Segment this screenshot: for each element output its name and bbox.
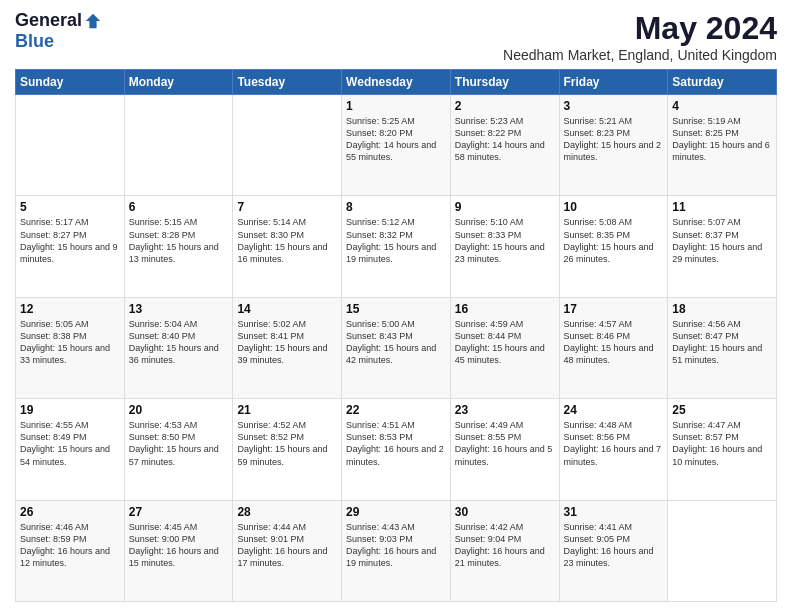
day-number: 10	[564, 200, 664, 214]
logo-blue: Blue	[15, 31, 54, 52]
day-number: 4	[672, 99, 772, 113]
calendar-cell: 7Sunrise: 5:14 AM Sunset: 8:30 PM Daylig…	[233, 196, 342, 297]
day-number: 11	[672, 200, 772, 214]
day-info: Sunrise: 4:53 AM Sunset: 8:50 PM Dayligh…	[129, 419, 229, 468]
logo-icon	[84, 12, 102, 30]
header: General Blue May 2024 Needham Market, En…	[15, 10, 777, 63]
day-number: 25	[672, 403, 772, 417]
day-number: 26	[20, 505, 120, 519]
calendar-week-0: 1Sunrise: 5:25 AM Sunset: 8:20 PM Daylig…	[16, 95, 777, 196]
day-info: Sunrise: 4:41 AM Sunset: 9:05 PM Dayligh…	[564, 521, 664, 570]
calendar-week-1: 5Sunrise: 5:17 AM Sunset: 8:27 PM Daylig…	[16, 196, 777, 297]
calendar-cell: 17Sunrise: 4:57 AM Sunset: 8:46 PM Dayli…	[559, 297, 668, 398]
day-info: Sunrise: 5:08 AM Sunset: 8:35 PM Dayligh…	[564, 216, 664, 265]
day-info: Sunrise: 5:21 AM Sunset: 8:23 PM Dayligh…	[564, 115, 664, 164]
day-info: Sunrise: 4:49 AM Sunset: 8:55 PM Dayligh…	[455, 419, 555, 468]
day-number: 15	[346, 302, 446, 316]
day-info: Sunrise: 4:55 AM Sunset: 8:49 PM Dayligh…	[20, 419, 120, 468]
month-title: May 2024	[503, 10, 777, 47]
day-number: 16	[455, 302, 555, 316]
day-info: Sunrise: 5:14 AM Sunset: 8:30 PM Dayligh…	[237, 216, 337, 265]
calendar-cell: 23Sunrise: 4:49 AM Sunset: 8:55 PM Dayli…	[450, 399, 559, 500]
day-info: Sunrise: 5:23 AM Sunset: 8:22 PM Dayligh…	[455, 115, 555, 164]
day-number: 31	[564, 505, 664, 519]
day-number: 8	[346, 200, 446, 214]
day-number: 7	[237, 200, 337, 214]
calendar-cell: 3Sunrise: 5:21 AM Sunset: 8:23 PM Daylig…	[559, 95, 668, 196]
day-info: Sunrise: 5:19 AM Sunset: 8:25 PM Dayligh…	[672, 115, 772, 164]
calendar-cell: 2Sunrise: 5:23 AM Sunset: 8:22 PM Daylig…	[450, 95, 559, 196]
day-number: 24	[564, 403, 664, 417]
day-info: Sunrise: 5:05 AM Sunset: 8:38 PM Dayligh…	[20, 318, 120, 367]
day-info: Sunrise: 4:48 AM Sunset: 8:56 PM Dayligh…	[564, 419, 664, 468]
calendar-cell: 19Sunrise: 4:55 AM Sunset: 8:49 PM Dayli…	[16, 399, 125, 500]
calendar-cell: 26Sunrise: 4:46 AM Sunset: 8:59 PM Dayli…	[16, 500, 125, 601]
day-info: Sunrise: 4:42 AM Sunset: 9:04 PM Dayligh…	[455, 521, 555, 570]
day-info: Sunrise: 5:15 AM Sunset: 8:28 PM Dayligh…	[129, 216, 229, 265]
day-info: Sunrise: 4:47 AM Sunset: 8:57 PM Dayligh…	[672, 419, 772, 468]
day-info: Sunrise: 4:45 AM Sunset: 9:00 PM Dayligh…	[129, 521, 229, 570]
calendar-week-3: 19Sunrise: 4:55 AM Sunset: 8:49 PM Dayli…	[16, 399, 777, 500]
day-info: Sunrise: 4:59 AM Sunset: 8:44 PM Dayligh…	[455, 318, 555, 367]
calendar-cell: 18Sunrise: 4:56 AM Sunset: 8:47 PM Dayli…	[668, 297, 777, 398]
day-number: 28	[237, 505, 337, 519]
calendar-cell: 9Sunrise: 5:10 AM Sunset: 8:33 PM Daylig…	[450, 196, 559, 297]
title-section: May 2024 Needham Market, England, United…	[503, 10, 777, 63]
day-info: Sunrise: 4:46 AM Sunset: 8:59 PM Dayligh…	[20, 521, 120, 570]
calendar-cell: 15Sunrise: 5:00 AM Sunset: 8:43 PM Dayli…	[342, 297, 451, 398]
day-number: 3	[564, 99, 664, 113]
day-number: 23	[455, 403, 555, 417]
page: General Blue May 2024 Needham Market, En…	[0, 0, 792, 612]
day-number: 27	[129, 505, 229, 519]
day-info: Sunrise: 5:12 AM Sunset: 8:32 PM Dayligh…	[346, 216, 446, 265]
day-info: Sunrise: 5:10 AM Sunset: 8:33 PM Dayligh…	[455, 216, 555, 265]
day-info: Sunrise: 5:17 AM Sunset: 8:27 PM Dayligh…	[20, 216, 120, 265]
day-info: Sunrise: 4:57 AM Sunset: 8:46 PM Dayligh…	[564, 318, 664, 367]
calendar-header-sunday: Sunday	[16, 70, 125, 95]
calendar-cell	[233, 95, 342, 196]
day-number: 30	[455, 505, 555, 519]
calendar-cell: 25Sunrise: 4:47 AM Sunset: 8:57 PM Dayli…	[668, 399, 777, 500]
calendar-cell: 12Sunrise: 5:05 AM Sunset: 8:38 PM Dayli…	[16, 297, 125, 398]
day-info: Sunrise: 5:25 AM Sunset: 8:20 PM Dayligh…	[346, 115, 446, 164]
calendar-week-4: 26Sunrise: 4:46 AM Sunset: 8:59 PM Dayli…	[16, 500, 777, 601]
logo-text: General	[15, 10, 102, 31]
day-number: 19	[20, 403, 120, 417]
calendar-week-2: 12Sunrise: 5:05 AM Sunset: 8:38 PM Dayli…	[16, 297, 777, 398]
calendar-cell: 11Sunrise: 5:07 AM Sunset: 8:37 PM Dayli…	[668, 196, 777, 297]
calendar-cell: 1Sunrise: 5:25 AM Sunset: 8:20 PM Daylig…	[342, 95, 451, 196]
calendar-cell: 4Sunrise: 5:19 AM Sunset: 8:25 PM Daylig…	[668, 95, 777, 196]
calendar-cell: 27Sunrise: 4:45 AM Sunset: 9:00 PM Dayli…	[124, 500, 233, 601]
calendar-header-wednesday: Wednesday	[342, 70, 451, 95]
calendar-cell: 6Sunrise: 5:15 AM Sunset: 8:28 PM Daylig…	[124, 196, 233, 297]
calendar-cell: 13Sunrise: 5:04 AM Sunset: 8:40 PM Dayli…	[124, 297, 233, 398]
calendar-cell: 14Sunrise: 5:02 AM Sunset: 8:41 PM Dayli…	[233, 297, 342, 398]
day-number: 13	[129, 302, 229, 316]
day-number: 29	[346, 505, 446, 519]
calendar-cell: 8Sunrise: 5:12 AM Sunset: 8:32 PM Daylig…	[342, 196, 451, 297]
logo: General Blue	[15, 10, 102, 52]
calendar-cell	[668, 500, 777, 601]
day-number: 17	[564, 302, 664, 316]
calendar-cell	[124, 95, 233, 196]
day-info: Sunrise: 4:51 AM Sunset: 8:53 PM Dayligh…	[346, 419, 446, 468]
calendar-header-friday: Friday	[559, 70, 668, 95]
calendar-cell: 29Sunrise: 4:43 AM Sunset: 9:03 PM Dayli…	[342, 500, 451, 601]
calendar-header-saturday: Saturday	[668, 70, 777, 95]
day-number: 2	[455, 99, 555, 113]
day-info: Sunrise: 4:43 AM Sunset: 9:03 PM Dayligh…	[346, 521, 446, 570]
day-info: Sunrise: 4:44 AM Sunset: 9:01 PM Dayligh…	[237, 521, 337, 570]
calendar-header-row: SundayMondayTuesdayWednesdayThursdayFrid…	[16, 70, 777, 95]
calendar-header-thursday: Thursday	[450, 70, 559, 95]
calendar-cell: 28Sunrise: 4:44 AM Sunset: 9:01 PM Dayli…	[233, 500, 342, 601]
day-number: 12	[20, 302, 120, 316]
day-info: Sunrise: 5:00 AM Sunset: 8:43 PM Dayligh…	[346, 318, 446, 367]
location: Needham Market, England, United Kingdom	[503, 47, 777, 63]
day-info: Sunrise: 5:04 AM Sunset: 8:40 PM Dayligh…	[129, 318, 229, 367]
day-number: 20	[129, 403, 229, 417]
calendar-cell: 5Sunrise: 5:17 AM Sunset: 8:27 PM Daylig…	[16, 196, 125, 297]
calendar-cell: 24Sunrise: 4:48 AM Sunset: 8:56 PM Dayli…	[559, 399, 668, 500]
day-number: 21	[237, 403, 337, 417]
calendar-cell: 10Sunrise: 5:08 AM Sunset: 8:35 PM Dayli…	[559, 196, 668, 297]
day-info: Sunrise: 5:07 AM Sunset: 8:37 PM Dayligh…	[672, 216, 772, 265]
